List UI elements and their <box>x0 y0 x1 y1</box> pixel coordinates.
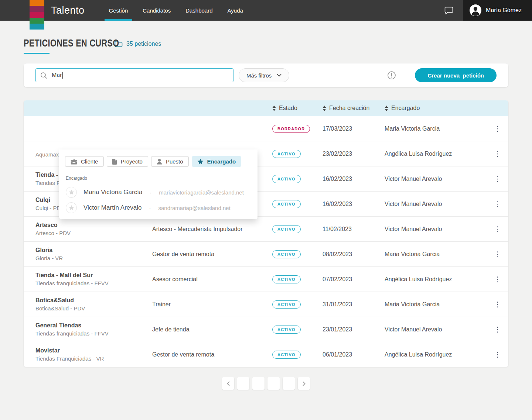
filter-chip-encargado[interactable]: Encargado <box>192 156 242 167</box>
row-position: Jefe de tienda <box>152 326 272 333</box>
row-position: Trainer <box>152 301 272 308</box>
star-avatar-icon <box>66 202 77 213</box>
header-label: Fecha creación <box>329 105 369 111</box>
row-position: Gestor de venta remota <box>152 251 272 258</box>
page-number-button[interactable] <box>237 377 249 390</box>
next-page-button[interactable] <box>298 377 310 390</box>
nav-item-candidatos[interactable]: Candidatos <box>135 0 178 21</box>
row-menu-kebab-icon[interactable]: ⋮ <box>492 300 503 309</box>
row-menu-kebab-icon[interactable]: ⋮ <box>492 225 503 233</box>
toolbar: Mar Más filtros Crear nueva petición <box>24 63 508 87</box>
row-manager: Angélica Luisa Rodríguez <box>385 276 492 283</box>
row-menu-kebab-icon[interactable]: ⋮ <box>492 351 503 359</box>
row-menu-kebab-icon[interactable]: ⋮ <box>492 150 503 158</box>
briefcase-icon <box>71 159 77 165</box>
row-date: 06/01/2023 <box>323 351 385 358</box>
star-avatar-icon <box>66 187 77 198</box>
pagination <box>0 377 532 390</box>
row-position: Gestor de venta remota <box>152 351 272 358</box>
nav-item-dashboard[interactable]: Dashboard <box>178 0 220 21</box>
prev-page-button[interactable] <box>222 377 234 390</box>
filter-chip-proyecto[interactable]: Proyecto <box>107 156 148 167</box>
chat-icon <box>444 6 453 14</box>
chat-button[interactable] <box>435 0 463 21</box>
text-cursor <box>62 72 63 79</box>
table-row[interactable]: Artesco Artesco - PDV Artesco - Mercader… <box>24 216 508 241</box>
header-label: Encargado <box>391 105 420 111</box>
row-date: 23/01/2023 <box>323 326 385 333</box>
sort-icon <box>385 106 388 111</box>
page-title: PETICIONES EN CURSO <box>24 38 119 49</box>
row-menu-kebab-icon[interactable]: ⋮ <box>492 250 503 258</box>
petition-count: 35 peticiones <box>115 41 161 47</box>
suggestion-item[interactable]: Victor Martín Arevalo · sandramariap@sal… <box>65 200 252 216</box>
page-number-button[interactable] <box>267 377 280 390</box>
suggestion-item[interactable]: Maria Victoria García · mariavictoriagar… <box>65 185 252 200</box>
search-value: Mar <box>52 72 62 79</box>
sort-icon <box>272 106 276 111</box>
row-menu-kebab-icon[interactable]: ⋮ <box>492 125 503 133</box>
petition-count-label: 35 peticiones <box>126 41 161 47</box>
user-menu[interactable]: María Gómez <box>463 0 532 21</box>
row-date: 17/03/2023 <box>323 125 385 132</box>
row-date: 08/02/2023 <box>323 251 385 258</box>
suggestion-email: mariavictoriagarcia@salesland.net <box>159 189 244 196</box>
row-client-name: Movistar <box>35 347 152 354</box>
brand-logo <box>30 0 44 30</box>
filter-chip-label: Encargado <box>207 158 236 165</box>
status-badge: ACTIVO <box>272 225 301 233</box>
app-title: Talento <box>51 5 85 16</box>
row-date: 07/02/2023 <box>323 276 385 283</box>
alert-button[interactable] <box>387 71 396 80</box>
status-badge: ACTIVO <box>272 326 301 334</box>
table-row[interactable]: General Tiendas Tiendas franquiciadas - … <box>24 317 508 342</box>
header-label: Estado <box>279 105 297 111</box>
row-menu-kebab-icon[interactable]: ⋮ <box>492 175 503 183</box>
row-manager: Maria Victoria Garcia <box>385 251 492 258</box>
row-position: Asesor comercial <box>152 276 272 283</box>
row-manager: Angélica Luisa Rodríguez <box>385 351 492 358</box>
suggestion-name: Victor Martín Arevalo <box>83 204 141 211</box>
nav-item-gestion[interactable]: Gestión <box>102 0 136 21</box>
row-menu-kebab-icon[interactable]: ⋮ <box>492 275 503 283</box>
filter-chip-puesto[interactable]: Puesto <box>151 156 189 167</box>
row-client-name: Botica&Salud <box>35 297 152 304</box>
document-icon <box>112 159 117 165</box>
table-row[interactable]: Tienda - Mall del Sur Tiendas franquicia… <box>24 266 508 292</box>
more-filters-button[interactable]: Más filtros <box>239 68 289 82</box>
table-row[interactable]: BORRADOR 17/03/2023 Maria Victoria Garci… <box>24 116 508 141</box>
table-row[interactable]: Botica&Salud Botica&Salud - PDV Trainer … <box>24 292 508 317</box>
page-number-button[interactable] <box>252 377 265 390</box>
avatar-icon <box>470 4 481 16</box>
create-petition-button[interactable]: Crear nueva petición <box>415 68 497 82</box>
suggestion-separator: · <box>149 205 151 211</box>
chevron-down-icon <box>277 74 282 77</box>
status-badge: ACTIVO <box>272 300 301 309</box>
page-number-button[interactable] <box>283 377 295 390</box>
header-encargado[interactable]: Encargado <box>385 105 492 111</box>
star-icon <box>197 159 204 165</box>
sort-icon <box>323 106 326 111</box>
row-manager: Victor Manuel Arevalo <box>385 326 492 333</box>
row-manager: Maria Victoria Garcia <box>385 301 492 308</box>
header-fecha-creacion[interactable]: Fecha creación <box>323 105 385 111</box>
row-menu-kebab-icon[interactable]: ⋮ <box>492 326 503 334</box>
search-icon <box>40 72 47 79</box>
header-estado[interactable]: Estado <box>272 105 323 111</box>
filter-chip-cliente[interactable]: Cliente <box>65 156 104 167</box>
alert-icon <box>387 71 396 80</box>
row-date: 23/02/2023 <box>323 151 385 157</box>
search-input[interactable]: Mar <box>35 68 233 82</box>
row-manager: Victor Manuel Arevalo <box>385 226 492 233</box>
row-menu-kebab-icon[interactable]: ⋮ <box>492 200 503 208</box>
table-row[interactable]: Gloria Gloria - VR Gestor de venta remot… <box>24 241 508 266</box>
nav-item-ayuda[interactable]: Ayuda <box>220 0 250 21</box>
status-badge: ACTIVO <box>272 250 301 258</box>
row-client-name: Artesco <box>35 222 152 228</box>
title-underline <box>24 53 50 54</box>
suggestion-email: sandramariap@salesland.net <box>158 205 230 211</box>
table-row[interactable]: Movistar Tiendas Franquiciadas - VR Gest… <box>24 342 508 367</box>
row-project-name: Botica&Salud - PDV <box>35 305 152 311</box>
filter-chip-label: Puesto <box>166 158 183 165</box>
more-filters-label: Más filtros <box>246 72 272 79</box>
